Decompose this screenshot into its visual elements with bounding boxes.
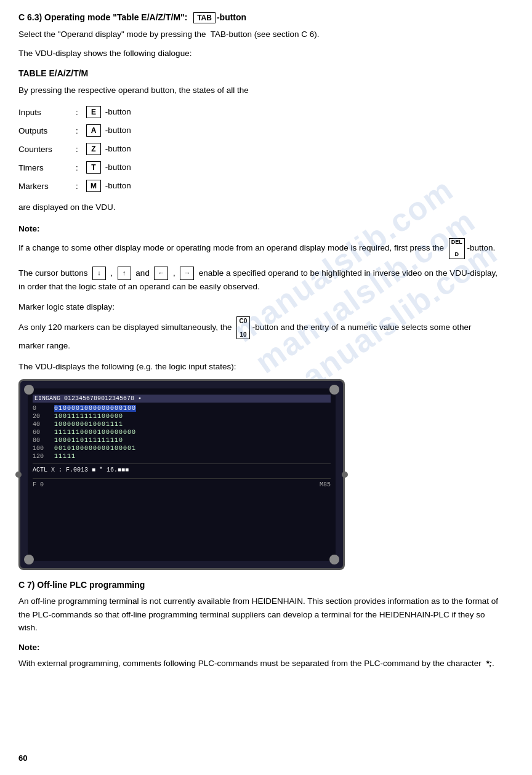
screen-data-row-1: 20 1001111111100000 [33, 413, 331, 420]
operand-label-inputs: Inputs [18, 103, 74, 121]
key-m: M [86, 180, 101, 192]
section-c7-body1: An off-line programming terminal is not … [18, 595, 499, 635]
tab-key-inline: TAB [211, 30, 226, 39]
table-row: Inputs : E -button [18, 103, 197, 121]
screen-corner-bl [24, 555, 34, 564]
marker-section: Marker logic state display: As only 120 … [18, 300, 499, 352]
table-row: Outputs : A -button [18, 121, 197, 140]
marker-body-text: As only 120 markers can be displayed sim… [18, 316, 499, 353]
table-row: Counters : Z -button [18, 140, 197, 158]
screen-corner-br [329, 555, 339, 564]
note-body-c7: With external programming, comments foll… [18, 657, 499, 670]
table-row: Markers : M -button [18, 177, 197, 195]
screen-data-row-2: 40 1000000010001111 [33, 421, 331, 428]
screen-bottom-left: F 0 [33, 481, 44, 488]
operand-label-outputs: Outputs [18, 121, 74, 140]
note-block-1: Note: If a change to some other display … [18, 222, 499, 259]
vdu-display-text: The VDU-displays the following (e.g. the… [18, 360, 499, 374]
screen-bottom-bar: F 0 M85 [33, 478, 331, 488]
arrow-right-box: → [180, 267, 194, 280]
arrow-down-box: ↓ [92, 267, 106, 280]
key-e: E [86, 106, 101, 118]
arrow-up-box: ↑ [118, 267, 131, 280]
del-key-box: DELD [449, 238, 465, 259]
cursor-note-block: The cursor buttons ↓ , ↑ and ← , → enabl… [18, 267, 499, 294]
special-char: *; [486, 659, 492, 668]
screen-status-row: ACTL X : F.0013 ■ * 16.■■■ [33, 464, 331, 473]
screen-data-row-6: 120 11111 [33, 453, 331, 460]
section-heading-text: C 6.3) Operating mode "Table E/A/Z/T/M": [18, 12, 187, 22]
key-a: A [86, 124, 101, 137]
screen-header-row: EINGANG 0123456789012345678 ▪ [33, 395, 331, 403]
tab-key-box: TAB [193, 12, 216, 23]
screen-bottom-right: M85 [320, 481, 331, 488]
note-block-c7: Note: With external programming, comment… [18, 641, 499, 670]
marker-heading-text: Marker logic state display: [18, 300, 499, 314]
section-c7: C 7) Off-line PLC programming An off-lin… [18, 580, 499, 670]
intro-line2: The VDU-display shows the following dial… [18, 47, 499, 60]
page-number: 60 [18, 753, 27, 763]
intro-line1: Select the "Operand display" mode by pre… [18, 28, 499, 41]
screen-corner-tr [329, 385, 339, 395]
key-t: T [86, 161, 101, 174]
screen-data-row-5: 100 0010100000000100001 [33, 445, 331, 452]
operand-label-timers: Timers [18, 158, 74, 177]
key-z: Z [86, 143, 101, 155]
note-heading-c7: Note: [18, 641, 499, 654]
screen-knob-left [15, 472, 22, 478]
table-heading: TABLE E/A/Z/T/M [18, 68, 499, 78]
note-text-1: If a change to some other display mode o… [18, 238, 499, 259]
screen-data-row-0: 0 0100001000000000100 [33, 405, 331, 412]
cursor-note-text: The cursor buttons ↓ , ↑ and ← , → enabl… [18, 267, 499, 294]
co-key-box: C010 [236, 316, 250, 339]
are-displayed-text: are displayed on the VDU. [18, 201, 499, 214]
note-heading-1: Note: [18, 222, 499, 236]
section-heading-c63: C 6.3) Operating mode "Table E/A/Z/T/M":… [18, 12, 499, 23]
screen-inner: EINGANG 0123456789012345678 ▪ 0 01000010… [28, 388, 336, 561]
section-c7-heading: C 7) Off-line PLC programming [18, 580, 499, 590]
table-row: Timers : T -button [18, 158, 197, 177]
screen-container: EINGANG 0123456789012345678 ▪ 0 01000010… [18, 379, 345, 570]
operand-label-counters: Counters [18, 140, 74, 158]
arrow-left-box: ← [154, 267, 168, 280]
screen-data-row-3: 60 1111110000100000000 [33, 429, 331, 436]
operand-label-markers: Markers [18, 177, 74, 195]
screen-data-row-4: 80 1000110111111110 [33, 437, 331, 444]
screen-knob-right [342, 472, 348, 478]
operand-table: Inputs : E -button Outputs : A -button C… [18, 103, 197, 195]
by-pressing-text: By pressing the respective operand butto… [18, 84, 499, 97]
